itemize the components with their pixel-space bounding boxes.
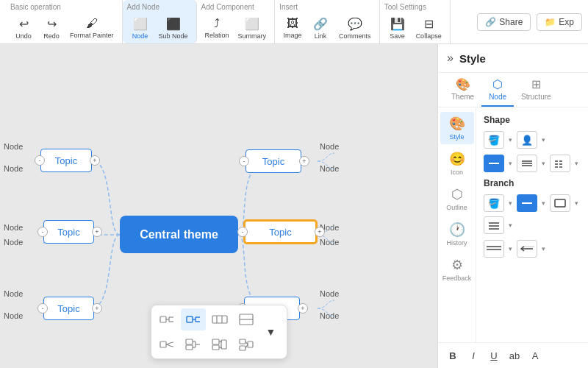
handle-t5-right[interactable]: + <box>92 303 102 314</box>
fill-color-dropdown[interactable]: ▾ <box>509 136 512 144</box>
collapse-panel-button[interactable]: » <box>447 52 453 65</box>
branch-box-button[interactable] <box>550 194 570 212</box>
topic-node-2[interactable]: Topic <box>245 149 301 173</box>
branch-dash-dropdown[interactable]: ▾ <box>509 245 512 252</box>
handle-t1-right[interactable]: + <box>90 155 100 166</box>
branch-arrow-button[interactable] <box>517 240 537 258</box>
conn-style-3[interactable] <box>207 308 232 330</box>
shape-row-2: ▾ ▾ <box>484 155 581 172</box>
stroke-dropdown[interactable]: ▾ <box>509 160 512 167</box>
save-button[interactable]: 💾 Save <box>384 14 411 42</box>
branch-line-button[interactable] <box>517 194 537 212</box>
format-painter-label: Format Painter <box>70 32 114 39</box>
branch-fill-button[interactable]: 🪣 <box>484 194 504 212</box>
sidenav-icon[interactable]: 😊 Icon <box>440 147 474 180</box>
branch-section-title: Branch <box>484 178 581 188</box>
handle-t4-left[interactable]: - <box>237 227 248 237</box>
undo-icon: ↩ <box>19 17 29 31</box>
share-button[interactable]: 🔗 Share <box>477 13 531 31</box>
handle-t2-left[interactable]: - <box>239 156 249 166</box>
image-icon: 🖼 <box>287 17 298 30</box>
format-painter-button[interactable]: 🖌 Format Painter <box>66 14 118 42</box>
canvas[interactable]: Central theme Topic - + Topic - + Topic … <box>0 44 437 368</box>
handle-t5-left[interactable]: - <box>37 303 48 314</box>
handle-t6-right[interactable]: + <box>298 303 308 314</box>
sub-node-button[interactable]: ⬛ Sub Node <box>155 14 192 42</box>
exp-button[interactable]: 📁 Exp <box>537 13 582 31</box>
branch-dash-button[interactable] <box>484 240 504 258</box>
border-color-button[interactable]: 👤 <box>517 131 537 149</box>
align-button[interactable] <box>517 155 537 172</box>
undo-button[interactable]: ↩ Undo <box>10 14 37 42</box>
handle-t3-left[interactable]: - <box>37 227 48 237</box>
italic-button[interactable]: I <box>465 347 482 364</box>
lines-button[interactable] <box>550 155 570 172</box>
node-r1: Node <box>320 142 339 151</box>
conn-style-7[interactable] <box>207 333 232 355</box>
handle-t4-right[interactable]: + <box>315 227 325 237</box>
svg-rect-17 <box>186 345 193 350</box>
comments-button[interactable]: 💬 Comments <box>335 14 375 42</box>
underline-button[interactable]: U <box>485 347 503 364</box>
summary-button[interactable]: ⬜ Summary <box>234 14 270 42</box>
conn-style-8[interactable] <box>234 333 259 355</box>
conn-style-6[interactable] <box>181 333 206 355</box>
lines-icon <box>554 158 566 169</box>
topic-node-4[interactable]: Topic <box>244 220 317 244</box>
branch-more-button[interactable] <box>484 216 504 234</box>
ab-button[interactable]: ab <box>506 347 523 364</box>
branch-line-icon <box>521 198 533 208</box>
redo-button[interactable]: ↪ Redo <box>38 14 65 42</box>
conn-style-2[interactable] <box>181 308 206 330</box>
handle-t2-right[interactable]: + <box>299 156 309 166</box>
tab-structure[interactable]: ⊞ Structure <box>514 73 559 107</box>
conn-icon-8 <box>238 337 254 352</box>
group-tools-items: 💾 Save ⊟ Collapse <box>384 13 445 43</box>
exp-label: Exp <box>559 17 574 27</box>
sidenav-outline[interactable]: ⬡ Outline <box>440 183 474 215</box>
handle-t3-right[interactable]: + <box>92 227 102 237</box>
node-r2: Node <box>320 164 339 173</box>
link-button[interactable]: 🔗 Link <box>307 14 334 42</box>
branch-more-dropdown[interactable]: ▾ <box>509 222 512 229</box>
tab-theme[interactable]: 🎨 Theme <box>444 73 481 107</box>
collapse-button[interactable]: ⊟ Collapse <box>412 14 445 42</box>
conn-style-5[interactable] <box>154 333 179 355</box>
branch-line-dropdown[interactable]: ▾ <box>542 199 545 207</box>
group-tool-settings: Tool Settings 💾 Save ⊟ Collapse <box>380 0 451 43</box>
node-button[interactable]: ⬜ Node <box>127 14 154 42</box>
summary-icon: ⬜ <box>245 17 259 31</box>
branch-arrow-dropdown[interactable]: ▾ <box>542 245 545 252</box>
image-button[interactable]: 🖼 Image <box>279 14 306 42</box>
border-color-dropdown[interactable]: ▾ <box>542 136 545 144</box>
fill-color-button[interactable]: 🪣 <box>484 131 504 149</box>
save-label: Save <box>390 32 405 40</box>
align-dropdown[interactable]: ▾ <box>542 160 545 167</box>
icon-nav-icon: 😊 <box>449 151 465 167</box>
down-arrow-button[interactable]: ▼ <box>259 321 284 343</box>
group-component-items: ⤴ Relation ⬜ Summary <box>201 13 270 43</box>
conn-style-4[interactable] <box>234 308 259 330</box>
handle-t1-left[interactable]: - <box>35 155 45 166</box>
central-node[interactable]: Central theme <box>120 216 238 253</box>
font-color-button[interactable]: A <box>526 347 544 364</box>
svg-rect-10 <box>212 316 227 323</box>
branch-fill-dropdown[interactable]: ▾ <box>509 199 512 207</box>
save-icon: 💾 <box>390 17 405 31</box>
tab-node[interactable]: ⬡ Node <box>481 73 514 107</box>
sidenav-feedback[interactable]: ⚙ Feedback <box>440 253 474 286</box>
image-label: Image <box>284 32 302 39</box>
branch-box-dropdown[interactable]: ▾ <box>575 199 578 207</box>
sidenav-style[interactable]: 🎨 Style <box>440 112 474 144</box>
conn-style-1[interactable] <box>154 308 179 330</box>
topic-node-1[interactable]: Topic <box>40 149 92 172</box>
stroke-icon <box>488 158 500 169</box>
sidenav-history[interactable]: 🕐 History <box>440 218 474 250</box>
topic-node-5[interactable]: Topic <box>43 297 94 320</box>
relation-button[interactable]: ⤴ Relation <box>201 14 233 42</box>
topic-node-3[interactable]: Topic <box>43 220 94 244</box>
stroke-style-button[interactable] <box>484 155 504 172</box>
bold-button[interactable]: B <box>444 347 462 364</box>
format-painter-icon: 🖌 <box>86 17 98 30</box>
lines-dropdown[interactable]: ▾ <box>575 160 578 167</box>
